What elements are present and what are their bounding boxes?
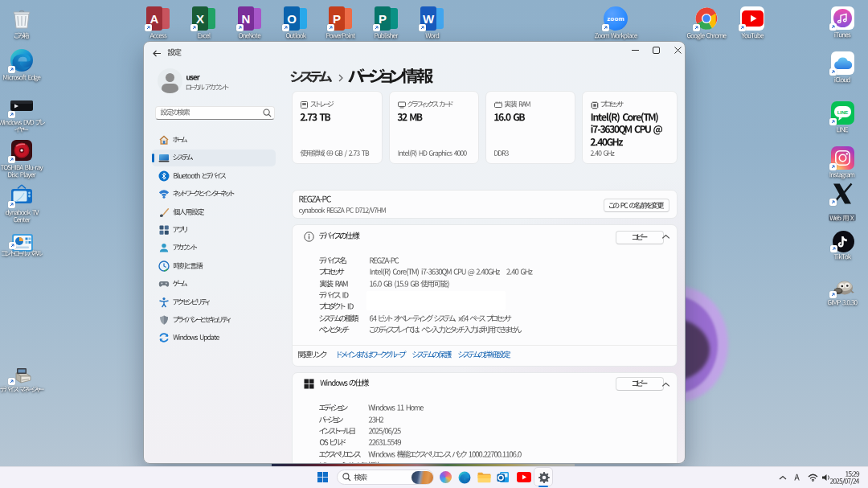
svg-text:LINE: LINE	[837, 110, 848, 115]
